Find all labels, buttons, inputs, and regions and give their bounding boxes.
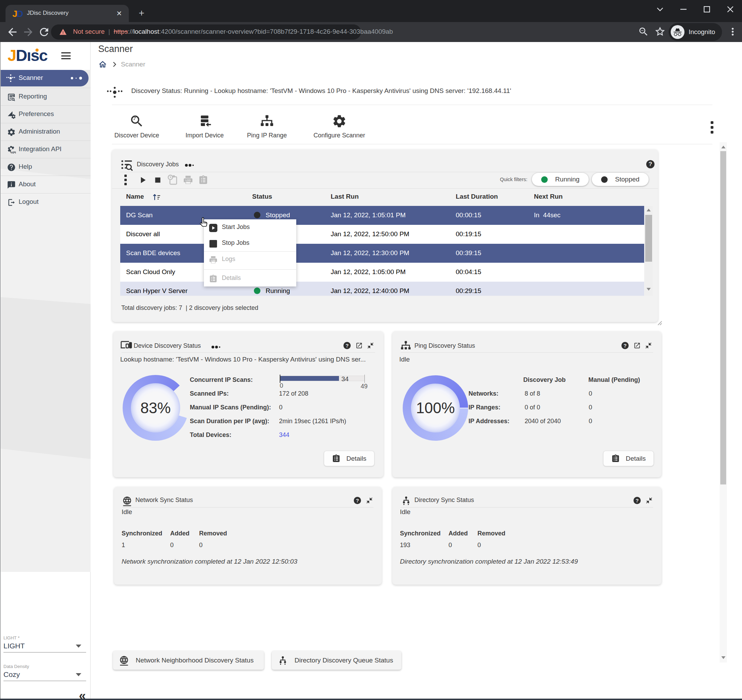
svg-text:API: API	[11, 151, 16, 154]
svg-text:LOG: LOG	[186, 179, 191, 181]
svg-text:LOG: LOG	[211, 259, 215, 261]
